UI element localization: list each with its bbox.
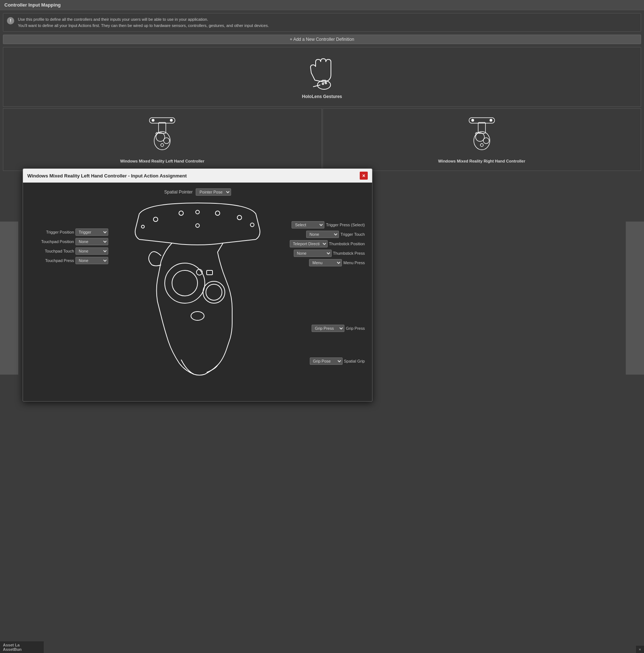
right-controller-icon — [467, 116, 496, 156]
thumbstick-press-row: None Select Teleport Directi Thumbstick … — [290, 250, 365, 257]
touchpad-press-label: Touchpad Press — [30, 258, 74, 263]
right-sidebar-panel — [626, 222, 644, 375]
svg-point-25 — [250, 223, 254, 227]
info-line1: Use this profile to define all the contr… — [18, 16, 636, 23]
trigger-position-label: Trigger Position — [30, 230, 74, 234]
svg-point-20 — [153, 217, 158, 222]
diagram-area: Trigger Position Trigger None Select Tou… — [30, 199, 365, 389]
svg-point-19 — [480, 144, 483, 146]
grip-pose-label: Spatial Grip — [344, 359, 365, 363]
modal-close-button[interactable]: × — [360, 172, 368, 180]
trigger-position-row: Trigger Position Trigger None Select — [30, 228, 108, 236]
svg-point-21 — [179, 211, 183, 215]
left-controller-card[interactable]: Windows Mixed Reality Left Hand Controll… — [3, 108, 322, 171]
spatial-pointer-select[interactable]: Pointer Pose None — [196, 188, 231, 196]
svg-point-26 — [141, 225, 144, 228]
left-inputs-panel: Trigger Position Trigger None Select Tou… — [30, 228, 108, 266]
grip-press-label: Grip Press — [346, 326, 365, 331]
right-inputs-panel: Select None Trigger Trigger Press (Selec… — [290, 221, 365, 269]
trigger-touch-label: Trigger Touch — [340, 232, 365, 236]
bottom-right-icon: × — [639, 647, 641, 652]
hololen-gestures-card: HoloLens Gestures — [3, 47, 641, 107]
grip-pose-select[interactable]: Grip Pose None Select — [310, 357, 343, 365]
thumbstick-press-label: Thumbstick Press — [333, 251, 365, 255]
svg-point-32 — [191, 312, 204, 320]
add-controller-button[interactable]: + Add a New Controller Definition — [3, 35, 641, 44]
left-controller-label: Windows Mixed Reality Left Hand Controll… — [120, 159, 204, 163]
touchpad-touch-select[interactable]: None Trigger Select — [75, 247, 108, 255]
svg-point-18 — [483, 138, 489, 144]
svg-point-24 — [237, 215, 242, 220]
svg-point-23 — [215, 211, 220, 215]
touchpad-press-row: Touchpad Press None Trigger Select — [30, 257, 108, 264]
svg-point-10 — [164, 138, 169, 144]
modal-body: Spatial Pointer Pointer Pose None — [23, 183, 372, 401]
page-title: Controller Input Mapping — [4, 2, 61, 8]
modal-title: Windows Mixed Reality Left Hand Controll… — [27, 173, 187, 179]
svg-point-22 — [196, 210, 199, 214]
svg-point-5 — [152, 119, 154, 121]
svg-point-6 — [170, 119, 172, 121]
hololens-label: HoloLens Gestures — [302, 94, 342, 99]
modal-header: Windows Mixed Reality Left Hand Controll… — [23, 169, 372, 183]
grip-pose-row: Grip Pose None Select Spatial Grip — [310, 357, 365, 367]
info-icon: ! — [7, 17, 14, 24]
thumbstick-press-select[interactable]: None Select Teleport Directi — [294, 250, 332, 257]
trigger-position-select[interactable]: Trigger None Select — [75, 228, 108, 236]
svg-point-3 — [325, 82, 327, 84]
page-header: Controller Input Mapping — [0, 0, 644, 10]
asset-bundle-label: AssetBun — [3, 647, 41, 652]
grip-press-select[interactable]: Grip Press None Select — [312, 325, 344, 332]
menu-press-select[interactable]: Menu None Select — [309, 259, 342, 266]
spatial-pointer-row: Spatial Pointer Pointer Pose None — [30, 188, 365, 196]
svg-point-11 — [161, 144, 164, 146]
asset-library-label: Asset La — [3, 643, 41, 647]
trigger-touch-row: None Select Trigger Trigger Touch — [290, 231, 365, 238]
svg-rect-34 — [207, 270, 212, 275]
right-controller-label: Windows Mixed Reality Right Hand Control… — [438, 159, 525, 163]
right-controller-card[interactable]: Windows Mixed Reality Right Hand Control… — [323, 108, 641, 171]
touchpad-position-select[interactable]: None Trigger Select — [75, 238, 108, 245]
menu-press-label: Menu Press — [343, 261, 365, 265]
hololens-icon — [304, 55, 340, 91]
left-controller-icon — [148, 116, 177, 156]
controller-pair-row: Windows Mixed Reality Left Hand Controll… — [3, 108, 641, 171]
thumbstick-position-label: Thumbstick Position — [329, 242, 365, 246]
svg-point-2 — [322, 83, 324, 85]
trigger-press-row: Select None Trigger Trigger Press (Selec… — [290, 221, 365, 228]
touchpad-touch-label: Touchpad Touch — [30, 249, 74, 253]
svg-point-31 — [206, 284, 222, 300]
trigger-press-select[interactable]: Select None Trigger — [292, 221, 324, 228]
input-assignment-modal: Windows Mixed Reality Left Hand Controll… — [23, 168, 372, 402]
controller-diagram-svg — [121, 199, 274, 382]
touchpad-press-select[interactable]: None Trigger Select — [75, 257, 108, 264]
info-box: ! Use this profile to define all the con… — [3, 13, 641, 32]
trigger-touch-select[interactable]: None Select Trigger — [306, 231, 339, 238]
thumbstick-position-row: Teleport Directi None Select Thumbstick … — [290, 240, 365, 247]
touchpad-touch-row: Touchpad Touch None Trigger Select — [30, 247, 108, 255]
trigger-press-label: Trigger Press (Select) — [326, 223, 365, 227]
thumbstick-position-select[interactable]: Teleport Directi None Select — [290, 240, 328, 247]
spatial-pointer-label: Spatial Pointer — [164, 189, 192, 195]
bottom-right-panel: × — [636, 646, 644, 653]
grip-press-row: Grip Press None Select Grip Press — [312, 325, 365, 334]
left-sidebar-panel — [0, 222, 18, 375]
touchpad-position-row: Touchpad Position None Trigger Select — [30, 238, 108, 245]
svg-point-8 — [154, 132, 170, 150]
grip-press-input-row: Grip Press None Select Grip Press — [312, 325, 365, 332]
svg-point-13 — [472, 119, 474, 121]
menu-press-row: Menu None Select Menu Press — [290, 259, 365, 266]
asset-library-panel: Asset La AssetBun — [0, 641, 44, 653]
svg-point-16 — [474, 132, 490, 150]
touchpad-position-label: Touchpad Position — [30, 239, 74, 244]
svg-point-29 — [172, 270, 198, 296]
svg-line-1 — [313, 85, 320, 87]
grip-pose-input-row: Grip Pose None Select Spatial Grip — [310, 357, 365, 365]
svg-point-27 — [196, 224, 199, 227]
info-line2: You'll want to define all your Input Act… — [18, 23, 636, 29]
svg-point-14 — [490, 119, 492, 121]
